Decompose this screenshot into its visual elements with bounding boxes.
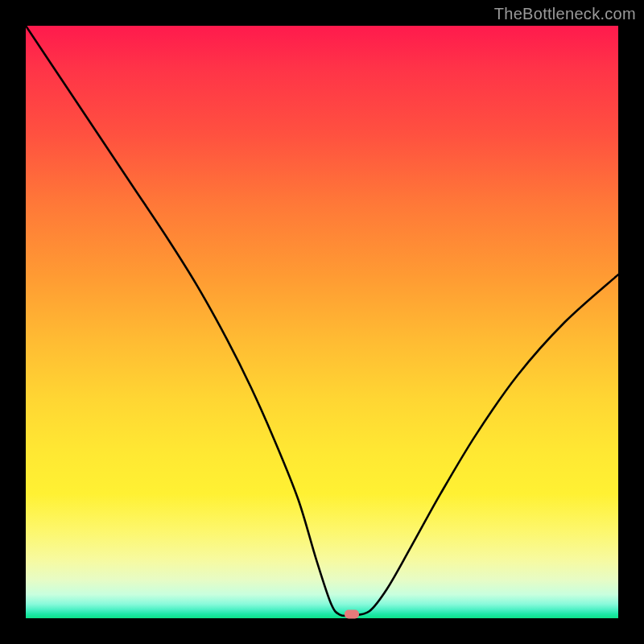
chart-frame: TheBottleneck.com [0,0,644,644]
optimal-point-marker [345,609,359,618]
bottleneck-curve [26,26,618,618]
watermark-text: TheBottleneck.com [494,5,636,23]
plot-area [26,26,618,618]
